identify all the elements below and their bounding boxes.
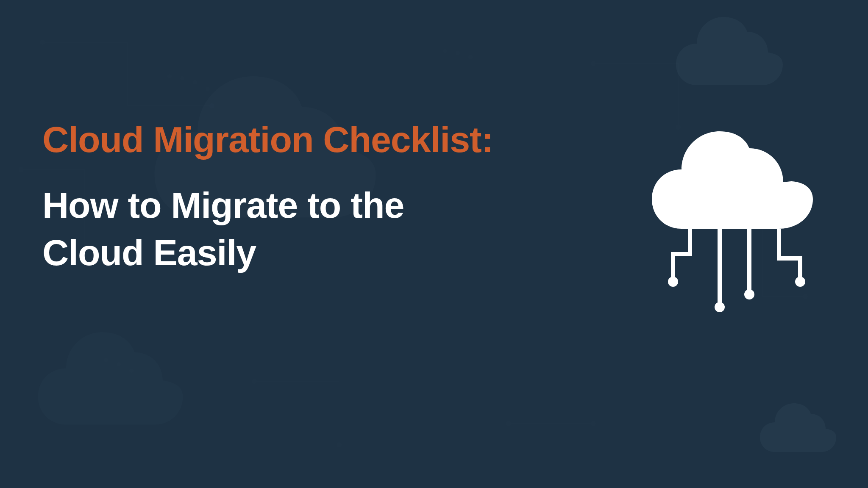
page-subheadline: How to Migrate to the Cloud Easily bbox=[42, 182, 493, 277]
page-headline: Cloud Migration Checklist: bbox=[42, 119, 493, 161]
svg-point-22 bbox=[668, 277, 678, 287]
cloud-network-icon bbox=[643, 131, 821, 322]
svg-point-14 bbox=[193, 80, 197, 85]
svg-point-20 bbox=[456, 51, 460, 55]
svg-point-18 bbox=[129, 369, 134, 373]
svg-point-0 bbox=[40, 40, 45, 45]
svg-point-8 bbox=[252, 379, 257, 384]
svg-point-9 bbox=[337, 442, 342, 447]
svg-point-17 bbox=[117, 362, 121, 366]
svg-point-23 bbox=[715, 302, 725, 312]
svg-point-4 bbox=[591, 61, 596, 66]
svg-point-5 bbox=[676, 125, 681, 130]
svg-point-2 bbox=[19, 167, 24, 172]
svg-point-16 bbox=[104, 358, 108, 362]
svg-point-25 bbox=[795, 277, 805, 287]
svg-point-13 bbox=[180, 76, 184, 80]
svg-point-11 bbox=[591, 421, 596, 426]
subheadline-line-2: Cloud Easily bbox=[42, 232, 256, 273]
subheadline-line-1: How to Migrate to the bbox=[42, 185, 404, 225]
svg-point-10 bbox=[506, 421, 511, 426]
svg-point-24 bbox=[744, 289, 754, 299]
svg-point-15 bbox=[206, 87, 210, 91]
svg-point-19 bbox=[443, 49, 447, 53]
hero-content: Cloud Migration Checklist: How to Migrat… bbox=[42, 119, 493, 276]
svg-point-1 bbox=[209, 103, 214, 108]
svg-point-12 bbox=[167, 74, 172, 78]
svg-point-21 bbox=[468, 55, 473, 59]
